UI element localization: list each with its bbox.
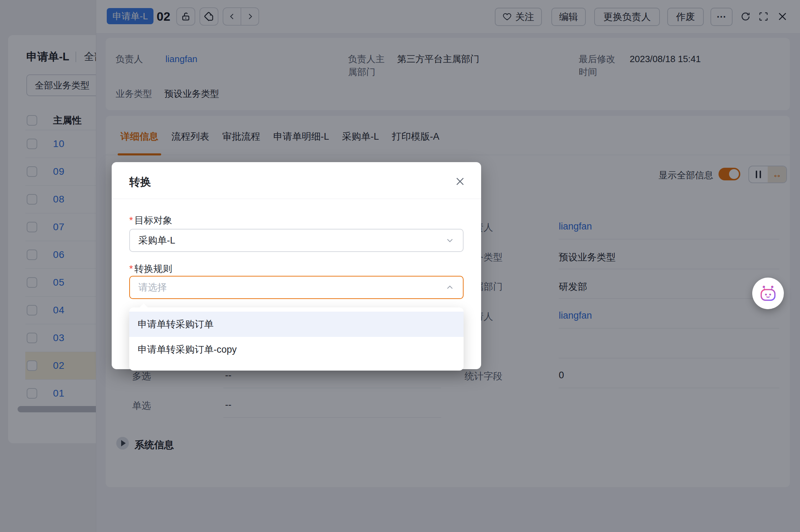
close-icon <box>454 176 466 187</box>
robot-icon <box>759 285 777 302</box>
modal-title: 转换 <box>129 175 151 189</box>
target-object-select[interactable]: 采购单-L <box>129 229 464 252</box>
assistant-button[interactable] <box>752 278 784 309</box>
rule-option-list: 申请单转采购订单申请单转采购订单-copy <box>129 312 464 362</box>
modal-close-button[interactable] <box>454 175 466 187</box>
required-asterisk: * <box>129 215 133 226</box>
required-asterisk: * <box>129 264 133 274</box>
rule-option[interactable]: 申请单转采购订单 <box>129 312 464 337</box>
target-object-label: *目标对象 <box>129 214 172 227</box>
target-object-label-text: 目标对象 <box>135 215 172 226</box>
screen: 申请单-L 全部 全部业务类型 主属性 10090807060504030201… <box>0 0 800 532</box>
convert-rule-select[interactable]: 请选择 <box>129 276 464 299</box>
rule-dropdown: 申请单转采购订单申请单转采购订单-copy <box>129 307 464 371</box>
rule-placeholder: 请选择 <box>138 281 167 294</box>
rule-option[interactable]: 申请单转采购订单-copy <box>129 337 464 362</box>
chevron-up-icon <box>445 283 454 292</box>
target-object-value: 采购单-L <box>138 234 175 247</box>
modal-header-divider <box>112 199 481 199</box>
convert-rule-label-text: 转换规则 <box>135 264 172 274</box>
chevron-down-icon <box>445 236 454 245</box>
convert-rule-label: *转换规则 <box>129 262 172 275</box>
